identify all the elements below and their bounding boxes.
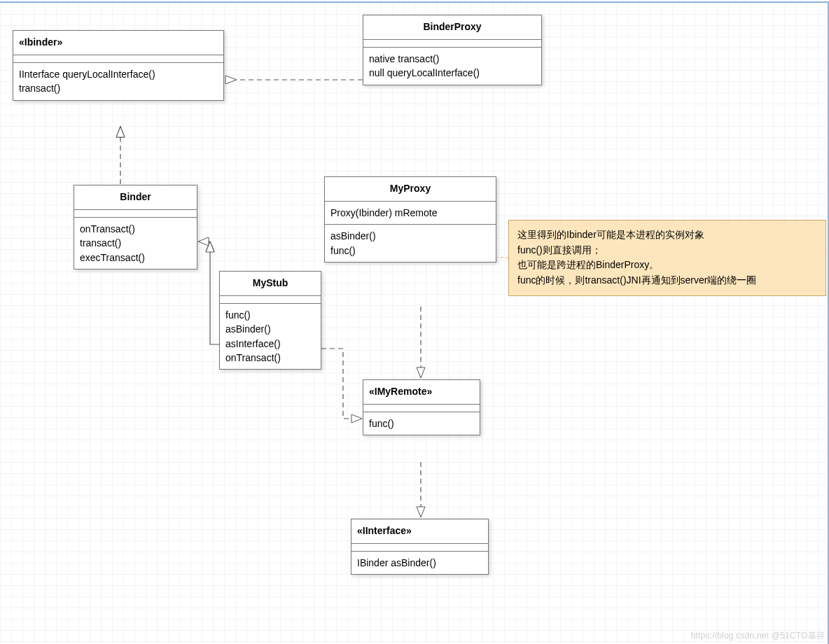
class-title: BinderProxy <box>363 15 541 39</box>
attr: Proxy(Ibinder) mRemote <box>330 206 490 220</box>
class-ops: IInterface queryLocalInterface() transac… <box>13 62 223 100</box>
class-title: MyProxy <box>325 177 496 201</box>
op: null queryLocalInterface() <box>369 66 536 80</box>
watermark: https://blog.csdn.net @51CTO慕容 <box>691 630 825 642</box>
op: func() <box>330 244 490 258</box>
class-ops: asBinder() func() <box>325 224 496 262</box>
class-mystub: MyStub func() asBinder() asInterface() o… <box>219 271 321 370</box>
note-line: func()则直接调用； <box>517 243 817 258</box>
class-attrs: Proxy(Ibinder) mRemote <box>325 201 496 224</box>
op: execTransact() <box>80 251 191 265</box>
note-line: 也可能是跨进程的BinderProxy。 <box>517 258 817 273</box>
op: func() <box>225 308 315 322</box>
op: native transact() <box>369 52 536 66</box>
op: asBinder() <box>225 322 315 336</box>
op: IInterface queryLocalInterface() <box>19 67 218 81</box>
class-ops: native transact() null queryLocalInterfa… <box>363 47 541 85</box>
class-ops: IBinder asBinder() <box>351 551 488 574</box>
class-title: «Ibinder» <box>13 31 223 55</box>
class-imyremote: «IMyRemote» func() <box>363 379 480 435</box>
class-ops: func() <box>363 412 480 435</box>
class-binderproxy: BinderProxy native transact() null query… <box>363 15 542 85</box>
class-ops: func() asBinder() asInterface() onTransa… <box>220 303 321 369</box>
class-ops: onTransact() transact() execTransact() <box>74 217 197 269</box>
class-myproxy: MyProxy Proxy(Ibinder) mRemote asBinder(… <box>324 176 496 262</box>
class-iinterface: «IInterface» IBinder asBinder() <box>351 519 489 575</box>
class-title: «IMyRemote» <box>363 380 480 404</box>
op: onTransact() <box>80 222 191 236</box>
class-binder: Binder onTransact() transact() execTrans… <box>74 185 197 270</box>
note-line: 这里得到的Ibinder可能是本进程的实例对象 <box>517 227 817 243</box>
class-title: Binder <box>74 186 197 209</box>
op: transact() <box>19 81 218 95</box>
op: onTransact() <box>225 351 315 365</box>
class-attrs-empty <box>220 295 321 303</box>
class-attrs-empty <box>351 543 488 551</box>
class-title: «IInterface» <box>351 519 488 543</box>
op: transact() <box>80 236 191 250</box>
class-attrs-empty <box>74 209 197 217</box>
class-title: MyStub <box>220 272 321 295</box>
op: asBinder() <box>330 229 490 243</box>
op: IBinder asBinder() <box>357 556 482 570</box>
diagram-note: 这里得到的Ibinder可能是本进程的实例对象 func()则直接调用； 也可能… <box>508 220 826 296</box>
class-attrs-empty <box>363 404 480 412</box>
class-attrs-empty <box>363 39 541 47</box>
op: func() <box>369 416 474 430</box>
class-attrs-empty <box>13 55 223 62</box>
note-line: func的时候，则transact()JNI再通知到server端的绕一圈 <box>517 273 817 288</box>
op: asInterface() <box>225 337 315 351</box>
class-ibinder: «Ibinder» IInterface queryLocalInterface… <box>13 30 224 101</box>
